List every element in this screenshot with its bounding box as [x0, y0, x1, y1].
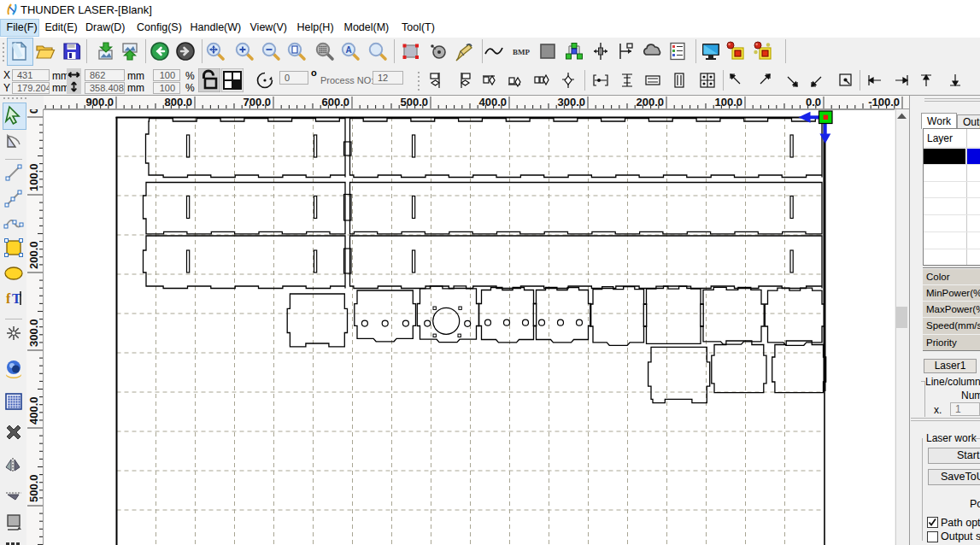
svg-text:0.0: 0.0	[27, 109, 40, 114]
svg-text:400.0: 400.0	[478, 96, 507, 108]
svg-text:-100.0: -100.0	[868, 96, 900, 108]
svg-text:900.0: 900.0	[85, 96, 114, 108]
svg-text:100.0: 100.0	[27, 163, 40, 191]
svg-text:800.0: 800.0	[164, 96, 192, 108]
svg-text:BMP: BMP	[513, 48, 530, 56]
svg-text:200.0: 200.0	[27, 241, 40, 269]
svg-text:300.0: 300.0	[557, 96, 585, 108]
svg-text:A: A	[345, 45, 351, 55]
svg-text:300.0: 300.0	[27, 319, 40, 347]
svg-text:700.0: 700.0	[243, 96, 271, 108]
svg-text:500.0: 500.0	[400, 96, 428, 108]
svg-text:100.0: 100.0	[714, 96, 742, 108]
svg-text:400.0: 400.0	[27, 396, 40, 425]
svg-text:600.0: 600.0	[321, 96, 349, 108]
svg-text:500.0: 500.0	[27, 474, 40, 502]
svg-text:200.0: 200.0	[636, 96, 664, 108]
svg-text:f: f	[6, 291, 11, 306]
